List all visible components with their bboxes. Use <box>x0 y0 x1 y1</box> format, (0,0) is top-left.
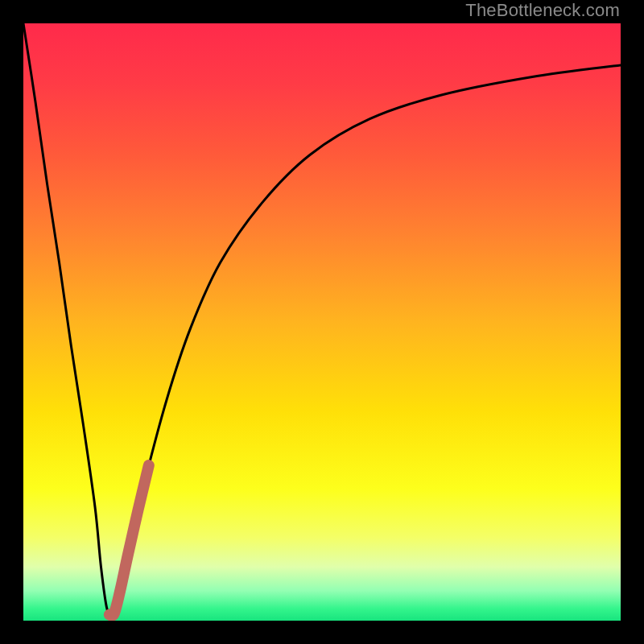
bottleneck-curve <box>23 23 621 618</box>
curve-layer <box>23 23 621 621</box>
highlight-segment <box>109 465 149 616</box>
plot-area <box>23 23 621 621</box>
watermark-text: TheBottleneck.com <box>465 0 620 21</box>
outer-frame: TheBottleneck.com <box>0 0 644 644</box>
